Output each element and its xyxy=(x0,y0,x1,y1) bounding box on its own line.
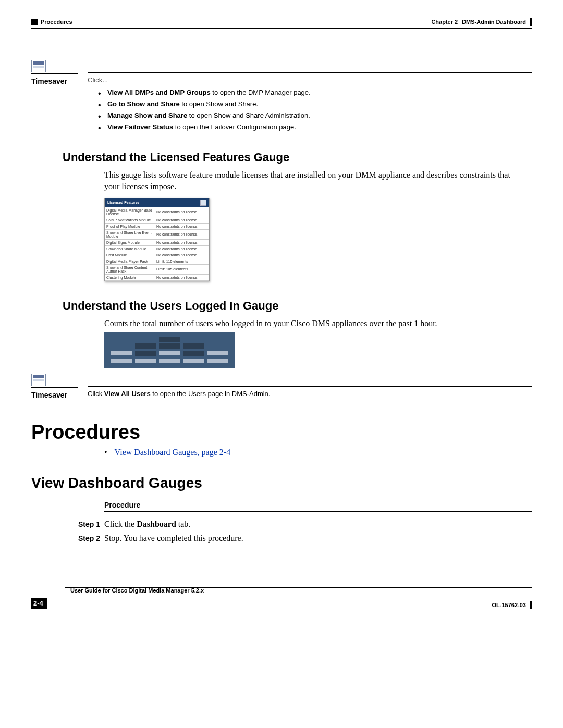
users-heading: Understand the Users Logged In Gauge xyxy=(63,299,532,313)
licensed-table: Digital Media Manager Base LicenseNo con… xyxy=(105,207,209,281)
view-dashboard-gauges-link[interactable]: View Dashboard Gauges, page 2-4 xyxy=(115,448,231,456)
step-body: Click the Dashboard tab. xyxy=(104,517,190,531)
table-row: Show and Share Content Author PackLimit:… xyxy=(105,264,209,274)
view-gauges-heading: View Dashboard Gauges xyxy=(31,475,532,491)
licensed-body: This gauge lists software feature module… xyxy=(104,169,521,192)
procedure-step: Step 2Stop. You have completed this proc… xyxy=(78,531,532,545)
table-row: Show and Share ModuleNo constraints on l… xyxy=(105,245,209,252)
header-bar-icon xyxy=(530,18,532,26)
widget-title: Licensed Features xyxy=(107,201,139,204)
timesaver-list-item: View Failover Status to open the Failove… xyxy=(107,121,532,133)
chapter-label: Chapter 2 xyxy=(431,19,458,25)
timesaver-list-item: Manage Show and Share to open Show and S… xyxy=(107,110,532,121)
licensed-heading: Understand the Licensed Features Gauge xyxy=(63,151,532,164)
table-row: SNMP Notifications ModuleNo constraints … xyxy=(105,217,209,223)
timesaver-block-1: Timesaver Click... View All DMPs and DMP… xyxy=(31,60,532,133)
step-bottom-rule xyxy=(104,550,532,550)
chapter-title: DMS-Admin Dashboard xyxy=(462,19,526,25)
timesaver-list-item: View All DMPs and DMP Groups to open the… xyxy=(107,87,532,98)
step-label: Step 1 xyxy=(78,519,104,531)
table-row: Digital Signs ModuleNo constraints on li… xyxy=(105,239,209,245)
footer-bar-icon xyxy=(530,601,532,609)
footer-docnum: OL-15762-03 xyxy=(492,602,526,608)
header-section: Procedures xyxy=(41,19,72,25)
timesaver-list: View All DMPs and DMP Groups to open the… xyxy=(88,87,532,133)
step-label: Step 2 xyxy=(78,533,104,545)
page-footer: User Guide for Cisco Digital Media Manag… xyxy=(31,587,532,609)
timesaver-label: Timesaver xyxy=(31,77,65,85)
table-row: Proof of Play ModuleNo constraints on li… xyxy=(105,223,209,229)
widget-collapse-icon[interactable]: – xyxy=(200,200,206,206)
users-body: Counts the total number of users who log… xyxy=(104,318,521,329)
footer-guide-title: User Guide for Cisco Digital Media Manag… xyxy=(70,587,532,594)
header-square-icon xyxy=(31,19,38,25)
procedure-step: Step 1Click the Dashboard tab. xyxy=(78,517,532,531)
table-row: Show and Share Live Event ModuleNo const… xyxy=(105,229,209,239)
table-row: Clustering ModuleNo constraints on licen… xyxy=(105,274,209,280)
table-row: Cast ModuleNo constraints on license. xyxy=(105,252,209,258)
timesaver-label: Timesaver xyxy=(31,391,65,399)
page-header: Procedures Chapter 2 DMS-Admin Dashboard xyxy=(31,18,532,26)
step-body: Stop. You have completed this procedure. xyxy=(104,531,243,545)
timesaver-icon xyxy=(31,374,46,386)
step-top-rule xyxy=(104,511,532,512)
table-row: Digital Media Manager Base LicenseNo con… xyxy=(105,207,209,217)
footer-page-number: 2-4 xyxy=(31,598,47,609)
timesaver-block-2: Timesaver Click View All Users to open t… xyxy=(31,374,532,399)
timesaver-click-text: Click... xyxy=(88,76,532,84)
users-gauge-graphic xyxy=(104,332,235,368)
licensed-features-widget: Licensed Features – Digital Media Manage… xyxy=(104,198,210,281)
procedures-heading: Procedures xyxy=(31,421,532,443)
timesaver2-text: Click View All Users to open the Users p… xyxy=(88,390,532,398)
timesaver-list-item: Go to Show and Share to open Show and Sh… xyxy=(107,98,532,110)
document-page: Procedures Chapter 2 DMS-Admin Dashboard… xyxy=(0,0,563,630)
timesaver-icon xyxy=(31,60,46,72)
header-rule xyxy=(31,28,532,29)
table-row: Digital Media Player PackLimit: 110 elem… xyxy=(105,258,209,264)
procedures-link-item: View Dashboard Gauges, page 2-4 xyxy=(104,448,532,457)
procedure-label: Procedure xyxy=(104,501,532,509)
